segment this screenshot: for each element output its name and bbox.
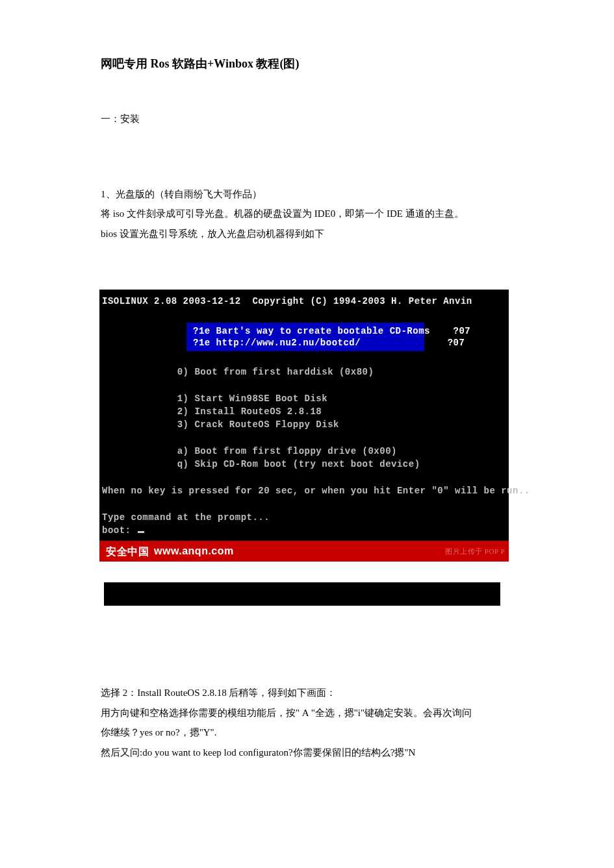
intro-line: bios 设置光盘引导系统，放入光盘启动机器得到如下 xyxy=(101,225,513,243)
banner-line: ?1e http://www.nu2.nu/bootcd/ ?07 xyxy=(189,337,422,349)
terminal-text xyxy=(102,497,509,510)
outro-line: 然后又问:do you want to keep lod configurato… xyxy=(101,743,513,762)
menu-item xyxy=(102,432,509,445)
menu-item: 1) Start Win98SE Boot Disk xyxy=(102,392,509,405)
menu-item: q) Skip CD-Rom boot (try next boot devic… xyxy=(102,458,509,471)
banner-line: ?1e Bart's way to create bootable CD-Rom… xyxy=(189,325,422,337)
outro-line: 你继续？yes or no?，摁"Y". xyxy=(101,723,513,742)
outro-line: 用方向键和空格选择你需要的模组功能后，按" A "全选，摁"i"键确定安装。会再… xyxy=(101,704,513,723)
watermark-bar: 安全中国 www.anqn.com 图片上传于 POP P xyxy=(99,541,509,562)
menu-item: 3) Crack RouteOS Floppy Disk xyxy=(102,418,509,431)
menu-item xyxy=(102,379,509,392)
outro-line: 选择 2：Install RouteOS 2.8.18 后稍等，得到如下画面： xyxy=(101,684,513,702)
page-title: 网吧专用 Ros 软路由+Winbox 教程(图) xyxy=(101,55,513,73)
terminal-text: When no key is pressed for 20 sec, or wh… xyxy=(102,484,509,497)
cursor-icon xyxy=(138,531,144,533)
menu-item: a) Boot from first floppy drive (0x00) xyxy=(102,445,509,458)
watermark-url: www.anqn.com xyxy=(154,543,234,559)
watermark-site: 安全中国 xyxy=(106,544,149,559)
menu-item: 0) Boot from first harddisk (0x80) xyxy=(102,366,509,378)
terminal-prompt: boot: xyxy=(102,524,509,537)
menu-item: 2) Install RouteOS 2.8.18 xyxy=(102,405,509,418)
terminal-banner: ?1e Bart's way to create bootable CD-Rom… xyxy=(102,321,509,353)
black-band xyxy=(104,582,500,606)
terminal-header: ISOLINUX 2.08 2003-12-12 Copyright (C) 1… xyxy=(102,295,509,308)
terminal-text: Type command at the prompt... xyxy=(102,511,509,524)
watermark-right: 图片上传于 POP P xyxy=(445,546,505,557)
intro-line: 1、光盘版的（转自雨纷飞大哥作品） xyxy=(101,185,513,204)
terminal-screenshot: ISOLINUX 2.08 2003-12-12 Copyright (C) 1… xyxy=(99,290,509,562)
intro-line: 将 iso 文件刻录成可引导光盘。机器的硬盘设置为 IDE0，即第一个 IDE … xyxy=(101,205,513,223)
section-heading: 一：安装 xyxy=(101,112,513,127)
